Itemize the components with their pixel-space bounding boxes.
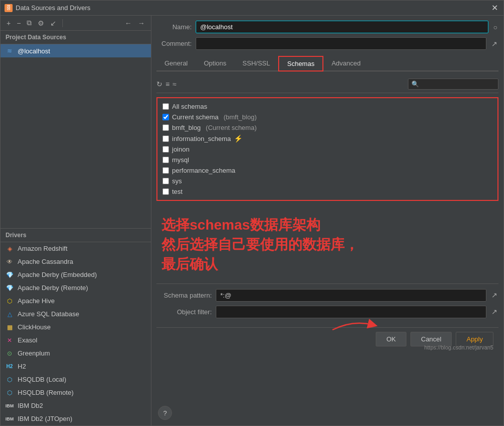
schema-item-performance-schema: performance_schema <box>160 165 494 176</box>
refresh-button[interactable]: ↻ <box>156 80 162 88</box>
driver-greenplum[interactable]: ⊙ Greenplum <box>1 347 151 360</box>
schema-item-mysql: mysql <box>160 155 494 165</box>
derby-embedded-icon: 💎 <box>6 271 14 279</box>
amazon-redshift-icon: ◈ <box>6 245 14 253</box>
name-input[interactable] <box>196 21 488 33</box>
schema-pattern-row: Schema pattern: ↗ <box>156 289 498 302</box>
driver-hsqldb-remote[interactable]: ⬡ HSQLDB (Remote) <box>1 386 151 399</box>
schemas-search-input[interactable] <box>408 79 498 90</box>
schema-checkbox-joinon[interactable] <box>162 146 169 153</box>
help-button[interactable]: ? <box>158 406 172 420</box>
title-bar: 🗄 Data Sources and Drivers ✕ <box>1 1 503 16</box>
driver-azure-sql[interactable]: △ Azure SQL Database <box>1 308 151 321</box>
driver-clickhouse[interactable]: ▦ ClickHouse <box>1 321 151 334</box>
copy-button[interactable]: ⧉ <box>25 18 34 28</box>
driver-amazon-redshift[interactable]: ◈ Amazon Redshift <box>1 242 151 255</box>
add-button[interactable]: + <box>5 18 13 28</box>
driver-label: Azure SQL Database <box>18 310 79 318</box>
schema-checkbox-mysql[interactable] <box>162 157 169 163</box>
back-button[interactable]: ← <box>123 18 134 28</box>
schema-checkbox-test[interactable] <box>162 188 169 195</box>
schema-checkbox-bmft-blog[interactable] <box>162 124 169 131</box>
drivers-list: ◈ Amazon Redshift 👁 Apache Cassandra 💎 A… <box>1 242 151 426</box>
close-button[interactable]: ✕ <box>489 3 499 13</box>
schema-pattern-label: Schema pattern: <box>156 292 212 299</box>
project-section-header: Project Data Sources <box>1 31 151 44</box>
driver-hsqldb-local[interactable]: ⬡ HSQLDB (Local) <box>1 373 151 386</box>
schema-label: mysql <box>172 156 189 164</box>
name-expand-button[interactable]: ○ <box>492 22 498 32</box>
project-item-localhost[interactable]: ≋ @localhost <box>1 44 151 57</box>
schema-badge-lightning: ⚡ <box>234 134 242 143</box>
schema-item-information-schema: information_schema ⚡ <box>160 133 494 144</box>
schema-item-bmft-blog: bmft_blog (Current schema) <box>160 122 494 133</box>
collapse-all-button[interactable]: ≡ <box>165 80 170 88</box>
driver-label: Exasol <box>18 336 37 344</box>
schema-item-joinon: joinon <box>160 144 494 155</box>
help-button-area: ? <box>158 406 172 420</box>
object-filter-expand[interactable]: ↗ <box>490 307 498 317</box>
driver-apache-derby-embedded[interactable]: 💎 Apache Derby (Embedded) <box>1 268 151 281</box>
driver-h2[interactable]: H2 H2 <box>1 360 151 373</box>
toolbar-separator <box>62 19 63 27</box>
driver-apache-cassandra[interactable]: 👁 Apache Cassandra <box>1 255 151 268</box>
ibm-db2-icon: IBM <box>6 402 14 410</box>
driver-label: Apache Cassandra <box>18 258 73 265</box>
content-area: + − ⧉ ⚙ ↙ ← → Project Data Sources ≋ @lo… <box>1 16 503 425</box>
settings-button[interactable]: ⚙ <box>36 18 46 28</box>
schemas-toolbar: ↻ ≡ ≈ <box>156 76 498 93</box>
tabs-bar: General Options SSH/SSL Schemas Advanced <box>156 56 498 72</box>
driver-label: IBM Db2 <box>18 402 43 409</box>
driver-mariadb[interactable]: 🐬 MariaDB <box>1 425 151 426</box>
right-panel: Name: ○ Comment: ↗ General Options SSH/S… <box>151 16 503 425</box>
schema-label: All schemas <box>172 103 207 110</box>
tab-schemas[interactable]: Schemas <box>278 56 323 72</box>
driver-label: IBM Db2 (JTOpen) <box>18 415 72 422</box>
schema-checkbox-sys[interactable] <box>162 178 169 184</box>
schema-checkbox-information-schema[interactable] <box>162 135 169 142</box>
remove-button[interactable]: − <box>15 18 23 28</box>
tab-sshssl[interactable]: SSH/SSL <box>234 56 278 70</box>
dialog-buttons: OK Cancel Apply https://blog.csdn.net/ja… <box>156 327 498 350</box>
schemas-list-container: All schemas Current schema (bmft_blog) b… <box>156 97 498 201</box>
schema-pattern-input[interactable] <box>216 289 486 302</box>
tab-general[interactable]: General <box>156 56 196 70</box>
schema-checkbox-performance-schema[interactable] <box>162 167 169 174</box>
driver-label: HSQLDB (Local) <box>18 376 66 383</box>
driver-ibm-db2[interactable]: IBM IBM Db2 <box>1 399 151 412</box>
main-window: 🗄 Data Sources and Drivers ✕ + − ⧉ ⚙ ↙ ←… <box>0 0 504 426</box>
driver-label: H2 <box>18 363 26 370</box>
comment-label: Comment: <box>156 40 192 47</box>
driver-label: Apache Derby (Embedded) <box>18 271 97 278</box>
schema-label: sys <box>172 177 182 185</box>
schema-checkbox-current[interactable] <box>162 114 169 120</box>
schema-item-current: Current schema (bmft_blog) <box>160 112 494 122</box>
expand-all-button[interactable]: ≈ <box>173 80 177 88</box>
annotation-block: 选择schemas数据库架构然后选择自己要使用的数据库，最后确认 <box>156 205 498 279</box>
driver-ibm-db2-jtopen[interactable]: IBM IBM Db2 (JTOpen) <box>1 412 151 425</box>
forward-button[interactable]: → <box>136 18 147 28</box>
name-row: Name: ○ <box>156 21 498 33</box>
import-button[interactable]: ↙ <box>48 18 58 28</box>
comment-input[interactable] <box>196 37 486 50</box>
ibm-db2-jtopen-icon: IBM <box>6 415 14 423</box>
driver-apache-hive[interactable]: ⬡ Apache Hive <box>1 295 151 308</box>
drivers-section-header: Drivers <box>1 228 151 242</box>
comment-expand-button[interactable]: ↗ <box>490 39 498 49</box>
driver-label: Apache Hive <box>18 297 55 305</box>
arrow-annotation <box>327 315 388 336</box>
left-panel: + − ⧉ ⚙ ↙ ← → Project Data Sources ≋ @lo… <box>1 16 151 425</box>
driver-label: Apache Derby (Remote) <box>18 284 88 292</box>
schema-suffix: (bmft_blog) <box>223 113 257 121</box>
tab-options[interactable]: Options <box>196 56 234 70</box>
driver-label: ClickHouse <box>18 323 51 331</box>
schema-checkbox-all[interactable] <box>162 103 169 110</box>
name-label: Name: <box>156 23 192 31</box>
driver-apache-derby-remote[interactable]: 💎 Apache Derby (Remote) <box>1 281 151 295</box>
watermark: https://blog.csdn.net/jarvan5 <box>424 344 493 350</box>
tab-advanced[interactable]: Advanced <box>323 56 369 70</box>
clickhouse-icon: ▦ <box>6 323 14 331</box>
nav-arrows: ← → <box>123 18 147 28</box>
driver-exasol[interactable]: ✕ Exasol <box>1 334 151 347</box>
schema-pattern-expand[interactable]: ↗ <box>490 290 498 300</box>
